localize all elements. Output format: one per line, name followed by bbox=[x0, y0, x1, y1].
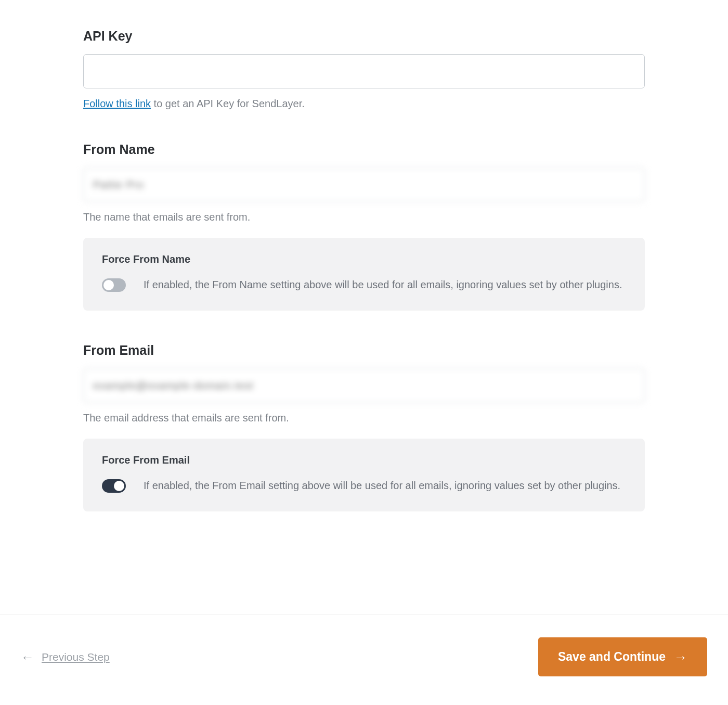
arrow-right-icon: → bbox=[674, 650, 687, 664]
api-key-help-tail: to get an API Key for SendLayer. bbox=[151, 98, 305, 109]
force-from-name-title: Force From Name bbox=[102, 253, 626, 265]
api-key-help-link[interactable]: Follow this link bbox=[83, 98, 151, 109]
arrow-left-icon: ← bbox=[21, 650, 34, 664]
force-from-email-panel: Force From Email If enabled, the From Em… bbox=[83, 439, 645, 511]
from-name-hint: The name that emails are sent from. bbox=[83, 211, 645, 223]
from-email-label: From Email bbox=[83, 343, 645, 358]
api-key-input[interactable] bbox=[83, 54, 645, 88]
force-from-name-toggle[interactable] bbox=[102, 278, 126, 292]
from-email-input[interactable] bbox=[83, 368, 645, 403]
from-name-label: From Name bbox=[83, 142, 645, 157]
section-from-email: From Email The email address that emails… bbox=[83, 343, 645, 511]
force-from-email-desc: If enabled, the From Email setting above… bbox=[144, 478, 626, 494]
previous-step-label: Previous Step bbox=[42, 651, 110, 663]
footer-bar: ← Previous Step Save and Continue → bbox=[0, 637, 728, 676]
api-key-label: API Key bbox=[83, 29, 645, 44]
force-from-email-toggle[interactable] bbox=[102, 479, 126, 493]
from-name-input[interactable] bbox=[83, 168, 645, 202]
force-from-name-panel: Force From Name If enabled, the From Nam… bbox=[83, 238, 645, 311]
section-api-key: API Key Follow this link to get an API K… bbox=[83, 29, 645, 110]
force-from-name-desc: If enabled, the From Name setting above … bbox=[144, 277, 626, 293]
previous-step-button[interactable]: ← Previous Step bbox=[21, 650, 110, 664]
save-and-continue-label: Save and Continue bbox=[558, 650, 666, 664]
from-email-hint: The email address that emails are sent f… bbox=[83, 412, 645, 424]
footer-divider bbox=[0, 614, 728, 614]
api-key-help: Follow this link to get an API Key for S… bbox=[83, 98, 645, 110]
section-from-name: From Name The name that emails are sent … bbox=[83, 142, 645, 311]
save-and-continue-button[interactable]: Save and Continue → bbox=[538, 637, 707, 676]
force-from-email-title: Force From Email bbox=[102, 454, 626, 466]
